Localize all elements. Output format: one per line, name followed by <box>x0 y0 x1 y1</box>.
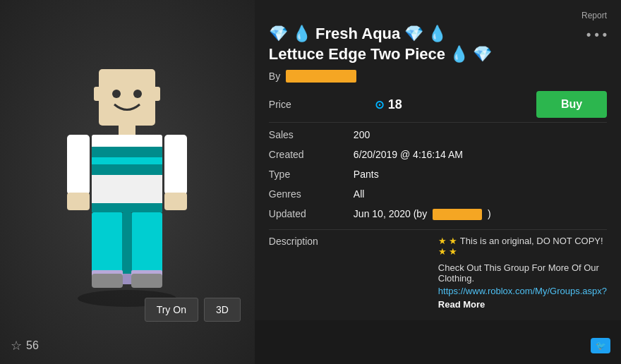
read-more-link[interactable]: Read More <box>438 299 607 310</box>
svg-rect-1 <box>99 69 155 126</box>
svg-point-3 <box>133 90 142 98</box>
favorite-star-icon[interactable]: ☆ <box>11 338 22 353</box>
item-details-panel: Report • • • 💎 💧 Fresh Aqua 💎 💧 Lettuce … <box>255 0 621 364</box>
divider-1 <box>269 122 607 123</box>
type-label: Type <box>269 166 354 182</box>
svg-rect-22 <box>92 274 123 288</box>
price-amount: 18 <box>388 97 402 112</box>
svg-rect-23 <box>131 274 162 288</box>
robux-icon: ⊙ <box>375 98 384 111</box>
sales-label: Sales <box>269 127 354 142</box>
price-value: ⊙ 18 <box>375 97 402 112</box>
updated-prefix: Jun 10, 2020 (by <box>354 208 427 219</box>
description-stars-text: ★ ★ This is an original, DO NOT COPY! ★ … <box>438 236 607 257</box>
created-label: Created <box>269 147 354 162</box>
svg-rect-13 <box>164 135 187 195</box>
updated-suffix: ) <box>488 208 491 219</box>
description-label: Description <box>269 236 354 310</box>
svg-rect-5 <box>153 87 160 101</box>
svg-point-2 <box>112 90 121 98</box>
preview-controls: Try On 3D <box>145 298 241 322</box>
price-section: Price ⊙ 18 <box>269 97 402 112</box>
item-preview-panel: Try On 3D ☆ 56 <box>0 0 255 364</box>
description-main-text: This is an original, DO NOT COPY! <box>460 236 603 246</box>
svg-rect-15 <box>164 193 187 210</box>
created-value: 6/20/2019 @ 4:16:14 AM <box>354 147 607 162</box>
updated-label: Updated <box>269 206 354 222</box>
svg-rect-12 <box>67 135 90 195</box>
description-section: Description ★ ★ This is an original, DO … <box>269 236 607 310</box>
svg-rect-16 <box>92 212 123 276</box>
more-options-button[interactable]: • • • <box>586 27 607 43</box>
updated-value: Jun 10, 2020 (by ) <box>354 206 607 222</box>
creator-name[interactable] <box>286 70 356 83</box>
stars-left: ★ ★ <box>438 236 458 246</box>
item-title: • • • 💎 💧 Fresh Aqua 💎 💧 Lettuce Edge Tw… <box>269 24 607 64</box>
title-line2: Lettuce Edge Two Piece 💧 💎 <box>269 44 607 65</box>
svg-rect-6 <box>119 124 135 135</box>
buy-button[interactable]: Buy <box>536 91 607 118</box>
svg-rect-17 <box>131 212 162 276</box>
stars-right: ★ ★ <box>438 246 458 257</box>
favorite-area[interactable]: ☆ 56 <box>11 338 39 353</box>
info-grid: Sales 200 Created 6/20/2019 @ 4:16:14 AM… <box>269 127 607 222</box>
svg-rect-9 <box>92 157 162 164</box>
divider-2 <box>269 229 607 230</box>
genres-value: All <box>354 186 607 202</box>
character-preview <box>21 48 233 316</box>
favorite-count: 56 <box>26 339 39 352</box>
twitter-share-button[interactable]: 🐦 <box>591 338 610 353</box>
svg-rect-4 <box>94 87 101 101</box>
type-value: Pants <box>354 166 607 182</box>
svg-rect-18 <box>122 212 132 276</box>
by-label: By <box>269 71 280 82</box>
try-on-button[interactable]: Try On <box>145 298 198 322</box>
creator-row: By <box>269 70 607 83</box>
description-link[interactable]: https://www.roblox.com/My/Groups.aspx? <box>438 286 607 296</box>
genres-label: Genres <box>269 186 354 202</box>
twitter-icon: 🐦 <box>596 341 606 351</box>
3d-button[interactable]: 3D <box>204 298 241 322</box>
svg-rect-14 <box>67 193 90 210</box>
updated-creator-name[interactable] <box>433 209 482 220</box>
title-line1: 💎 💧 Fresh Aqua 💎 💧 <box>269 24 607 44</box>
description-content: ★ ★ This is an original, DO NOT COPY! ★ … <box>438 236 607 310</box>
price-label: Price <box>269 99 354 110</box>
description-extra: Check Out This Group For More Of Our Clo… <box>438 262 607 284</box>
svg-rect-11 <box>92 203 162 212</box>
sales-value: 200 <box>354 127 607 142</box>
report-link[interactable]: Report <box>269 11 607 20</box>
price-row: Price ⊙ 18 Buy <box>269 91 607 118</box>
